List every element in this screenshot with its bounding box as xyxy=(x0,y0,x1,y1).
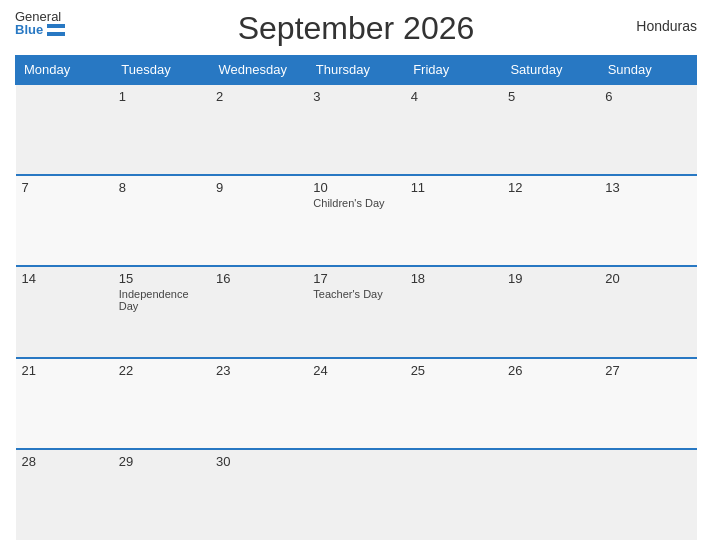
calendar-cell: 16 xyxy=(210,266,307,357)
calendar-header: General Blue September 2026 Honduras xyxy=(15,10,697,47)
calendar-cell: 2 xyxy=(210,84,307,175)
calendar-cell: 18 xyxy=(405,266,502,357)
logo-flag-icon xyxy=(47,24,65,36)
logo: General Blue xyxy=(15,10,65,36)
day-number: 7 xyxy=(22,180,107,195)
weekday-header-wednesday: Wednesday xyxy=(210,56,307,85)
day-number: 8 xyxy=(119,180,204,195)
weekday-header-thursday: Thursday xyxy=(307,56,404,85)
calendar-cell xyxy=(405,449,502,540)
calendar-cell: 22 xyxy=(113,358,210,449)
calendar-cell: 23 xyxy=(210,358,307,449)
calendar-cell: 12 xyxy=(502,175,599,266)
event-label: Children's Day xyxy=(313,197,398,209)
calendar-cell: 11 xyxy=(405,175,502,266)
day-number: 22 xyxy=(119,363,204,378)
calendar-cell: 24 xyxy=(307,358,404,449)
weekday-header-monday: Monday xyxy=(16,56,113,85)
calendar-cell xyxy=(307,449,404,540)
day-number: 17 xyxy=(313,271,398,286)
calendar-week-row: 21222324252627 xyxy=(16,358,697,449)
day-number: 25 xyxy=(411,363,496,378)
calendar-cell: 27 xyxy=(599,358,696,449)
day-number: 20 xyxy=(605,271,690,286)
calendar-cell xyxy=(599,449,696,540)
weekday-header-saturday: Saturday xyxy=(502,56,599,85)
day-number: 13 xyxy=(605,180,690,195)
weekday-header-row: MondayTuesdayWednesdayThursdayFridaySatu… xyxy=(16,56,697,85)
day-number: 6 xyxy=(605,89,690,104)
calendar-cell: 10Children's Day xyxy=(307,175,404,266)
calendar-cell: 19 xyxy=(502,266,599,357)
day-number: 26 xyxy=(508,363,593,378)
day-number: 28 xyxy=(22,454,107,469)
day-number: 23 xyxy=(216,363,301,378)
day-number: 11 xyxy=(411,180,496,195)
calendar-cell xyxy=(16,84,113,175)
calendar-cell: 8 xyxy=(113,175,210,266)
calendar-cell: 9 xyxy=(210,175,307,266)
calendar-table: MondayTuesdayWednesdayThursdayFridaySatu… xyxy=(15,55,697,540)
day-number: 21 xyxy=(22,363,107,378)
calendar-cell: 14 xyxy=(16,266,113,357)
logo-blue-text: Blue xyxy=(15,23,43,36)
calendar-week-row: 1415Independence Day1617Teacher's Day181… xyxy=(16,266,697,357)
weekday-header-tuesday: Tuesday xyxy=(113,56,210,85)
day-number: 30 xyxy=(216,454,301,469)
calendar-cell: 5 xyxy=(502,84,599,175)
day-number: 19 xyxy=(508,271,593,286)
calendar-week-row: 282930 xyxy=(16,449,697,540)
country-label: Honduras xyxy=(636,18,697,34)
page-title: September 2026 xyxy=(238,10,475,47)
day-number: 1 xyxy=(119,89,204,104)
day-number: 3 xyxy=(313,89,398,104)
day-number: 18 xyxy=(411,271,496,286)
day-number: 27 xyxy=(605,363,690,378)
calendar-cell: 13 xyxy=(599,175,696,266)
event-label: Independence Day xyxy=(119,288,204,312)
calendar-cell: 21 xyxy=(16,358,113,449)
calendar-cell: 25 xyxy=(405,358,502,449)
day-number: 5 xyxy=(508,89,593,104)
calendar-cell: 28 xyxy=(16,449,113,540)
day-number: 10 xyxy=(313,180,398,195)
day-number: 24 xyxy=(313,363,398,378)
day-number: 16 xyxy=(216,271,301,286)
event-label: Teacher's Day xyxy=(313,288,398,300)
day-number: 15 xyxy=(119,271,204,286)
calendar-week-row: 78910Children's Day111213 xyxy=(16,175,697,266)
day-number: 2 xyxy=(216,89,301,104)
day-number: 14 xyxy=(22,271,107,286)
day-number: 4 xyxy=(411,89,496,104)
calendar-cell: 15Independence Day xyxy=(113,266,210,357)
weekday-header-sunday: Sunday xyxy=(599,56,696,85)
calendar-cell: 1 xyxy=(113,84,210,175)
calendar-cell: 26 xyxy=(502,358,599,449)
calendar-cell xyxy=(502,449,599,540)
day-number: 9 xyxy=(216,180,301,195)
day-number: 12 xyxy=(508,180,593,195)
calendar-cell: 7 xyxy=(16,175,113,266)
calendar-cell: 30 xyxy=(210,449,307,540)
calendar-cell: 17Teacher's Day xyxy=(307,266,404,357)
calendar-cell: 20 xyxy=(599,266,696,357)
weekday-header-friday: Friday xyxy=(405,56,502,85)
calendar-cell: 3 xyxy=(307,84,404,175)
calendar-cell: 4 xyxy=(405,84,502,175)
calendar-cell: 29 xyxy=(113,449,210,540)
calendar-cell: 6 xyxy=(599,84,696,175)
calendar-week-row: 123456 xyxy=(16,84,697,175)
day-number: 29 xyxy=(119,454,204,469)
